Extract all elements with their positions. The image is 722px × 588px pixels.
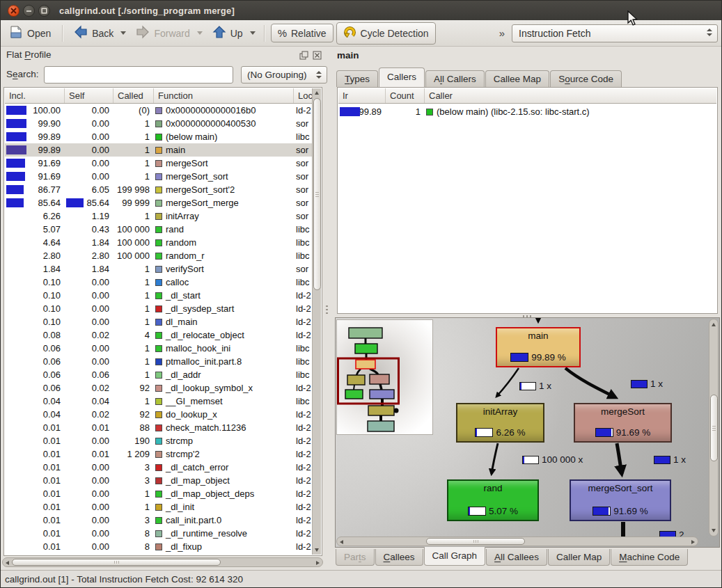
cycle-detection-button[interactable]: Cycle Detection	[336, 22, 436, 45]
table-row[interactable]: 0.010.001_dl_initld-2	[5, 500, 312, 514]
table-row[interactable]: 0.100.001calloclibc	[5, 276, 312, 289]
table-row[interactable]: 0.010.003call_init.part.0ld-2	[5, 514, 312, 527]
up-button[interactable]: Up	[206, 22, 249, 44]
tab-machine-code[interactable]: Machine Code	[611, 549, 688, 566]
table-row[interactable]: 0.060.0292_dl_lookup_symbol_xld-2	[5, 381, 312, 395]
incl-cell: 2.80	[5, 249, 65, 262]
maximize-icon[interactable]	[38, 5, 50, 17]
scrollbar-thumb[interactable]	[12, 559, 221, 566]
table-header[interactable]: Incl. Self Called Function Loc	[5, 88, 312, 104]
table-row[interactable]: 0.010.011 209strcmp'2ld-2	[5, 447, 312, 461]
search-input[interactable]	[44, 66, 233, 84]
table-row[interactable]: 0.080.024_dl_relocate_objectld-2	[5, 328, 312, 342]
incl-cell: 0.01	[5, 527, 65, 540]
graph-node-rand[interactable]: rand5.07 %	[447, 479, 539, 521]
scrollbar-thumb[interactable]	[313, 98, 321, 290]
tab-all-callees[interactable]: All Callees	[486, 549, 547, 566]
scrollbar-thumb[interactable]	[710, 395, 718, 461]
vertical-scrollbar[interactable]	[709, 319, 719, 537]
vertical-scrollbar[interactable]	[312, 88, 321, 555]
table-row[interactable]: 99.891(below main) (libc-2.15.so: libc-s…	[338, 105, 716, 119]
back-dropdown-icon[interactable]	[120, 31, 126, 35]
tab-types[interactable]: Types	[336, 70, 378, 87]
minimize-icon[interactable]	[23, 5, 35, 17]
table-row[interactable]: 6.261.191initArraysor	[5, 209, 312, 223]
scroll-left-icon[interactable]	[6, 561, 9, 565]
flat-profile-dock: Flat Profile Search: (No Grouping) Inc	[1, 47, 326, 570]
table-header[interactable]: Ir Count Caller	[338, 88, 716, 104]
scroll-right-icon[interactable]	[316, 561, 320, 565]
event-type-select[interactable]: Instruction Fetch	[512, 24, 718, 42]
float-dock-icon[interactable]	[299, 51, 308, 60]
table-row[interactable]: 0.040.0292do_lookup_xld-2	[5, 408, 312, 421]
graph-node-mergeSort[interactable]: mergeSort91.69 %	[574, 403, 672, 443]
table-row[interactable]: 86.776.05199 998mergeSort_sort'2sor	[5, 183, 312, 196]
table-row[interactable]: 0.010.008_dl_fixupld-2	[5, 540, 312, 553]
forward-dropdown-icon[interactable]	[197, 31, 203, 35]
tab-caller-map[interactable]: Caller Map	[548, 549, 610, 566]
column-header-ir[interactable]: Ir	[338, 88, 386, 103]
table-row[interactable]: 0.010.003_dl_catch_errorld-2	[5, 461, 312, 474]
column-header-count[interactable]: Count	[386, 88, 425, 103]
graph-node-main[interactable]: main99.89 %	[496, 327, 581, 367]
table-row[interactable]: 0.010.003_dl_map_objectld-2	[5, 474, 312, 487]
table-row[interactable]: 0.010.00190strcmpld-2	[5, 434, 312, 447]
column-header-self[interactable]: Self	[65, 88, 113, 103]
column-header-called[interactable]: Called	[113, 88, 154, 103]
table-row[interactable]: 2.802.80100 000random_rlibc	[5, 249, 312, 262]
scroll-up-icon[interactable]	[315, 91, 319, 95]
table-row[interactable]: 1.841.841verifySortsor	[5, 262, 312, 276]
tab-all-callers[interactable]: All Callers	[425, 70, 485, 87]
open-button[interactable]: Open	[3, 23, 57, 43]
tab-callers[interactable]: Callers	[379, 67, 425, 87]
close-dock-icon[interactable]	[313, 51, 322, 60]
table-row[interactable]: 91.690.001mergeSortsor	[5, 157, 312, 170]
table-row[interactable]: 0.060.061_dl_addrlibc	[5, 368, 312, 381]
scroll-up-icon[interactable]	[712, 323, 716, 326]
table-row[interactable]: 91.690.001mergeSort_sortsor	[5, 170, 312, 183]
table-row[interactable]: 0.060.001malloc_hook_inilibc	[5, 342, 312, 355]
column-header-function[interactable]: Function	[154, 88, 294, 103]
up-dropdown-icon[interactable]	[250, 31, 256, 35]
horizontal-scrollbar[interactable]	[336, 537, 698, 546]
tab-source-code[interactable]: Source Code	[550, 70, 622, 87]
table-row[interactable]: 99.890.001mainsor	[5, 143, 312, 157]
graph-overview-minimap[interactable]	[336, 319, 433, 435]
grouping-select[interactable]: (No Grouping)	[241, 66, 327, 84]
back-button[interactable]: Back	[68, 22, 120, 44]
table-row[interactable]: 0.100.001_dl_sysdep_startld-2	[5, 302, 312, 315]
graph-node-mergeSort_sort[interactable]: mergeSort_sort91.69 %	[570, 479, 671, 521]
tab-callees[interactable]: Callees	[375, 549, 423, 566]
table-row[interactable]: 0.100.001_dl_startld-2	[5, 289, 312, 302]
horizontal-scrollbar[interactable]	[2, 557, 323, 567]
titlebar[interactable]: callgrind.out [./sorting_program merge]	[1, 1, 721, 20]
scroll-down-icon[interactable]	[315, 548, 319, 552]
table-row[interactable]: 99.900.0010x0000000000400530sor	[5, 117, 312, 130]
table-row[interactable]: 4.641.84100 000randomlibc	[5, 236, 312, 249]
call-graph-canvas[interactable]: main99.89 %initArray6.26 %mergeSort91.69…	[336, 318, 709, 537]
scrollbar-thumb[interactable]	[426, 538, 525, 545]
toolbar-overflow-icon[interactable]: »	[499, 27, 505, 39]
table-row[interactable]: 99.890.001(below main)libc	[5, 130, 312, 143]
table-row[interactable]: 5.070.43100 000randlibc	[5, 223, 312, 236]
scroll-right-icon[interactable]	[691, 540, 695, 544]
column-header-caller[interactable]: Caller	[425, 88, 716, 103]
table-row[interactable]: 100.000.00(0)0x00000000000016b0ld-2	[5, 104, 312, 117]
graph-node-initArray[interactable]: initArray6.26 %	[456, 403, 544, 443]
table-row[interactable]: 85.6485.6499 999mergeSort_mergesor	[5, 196, 312, 209]
table-row[interactable]: 0.100.001dl_mainld-2	[5, 315, 312, 328]
scroll-down-icon[interactable]	[712, 529, 716, 532]
column-header-incl[interactable]: Incl.	[5, 88, 65, 103]
table-row[interactable]: 0.040.041__GI_memsetlibc	[5, 395, 312, 408]
relative-toggle-button[interactable]: % Relative	[271, 24, 333, 42]
forward-button[interactable]: Forward	[130, 22, 196, 44]
table-row[interactable]: 0.010.001_dl_map_object_depsld-2	[5, 487, 312, 500]
table-row[interactable]: 0.010.0188check_match.11236ld-2	[5, 421, 312, 434]
scroll-left-icon[interactable]	[340, 540, 343, 544]
close-icon[interactable]	[8, 5, 19, 17]
table-row[interactable]: 0.010.008_dl_runtime_resolveld-2	[5, 527, 312, 540]
table-row[interactable]: 0.060.001ptmalloc_init.part.8libc	[5, 355, 312, 368]
tab-call-graph[interactable]: Call Graph	[424, 547, 486, 566]
column-header-location[interactable]: Loc	[294, 88, 312, 103]
tab-callee-map[interactable]: Callee Map	[485, 70, 549, 87]
